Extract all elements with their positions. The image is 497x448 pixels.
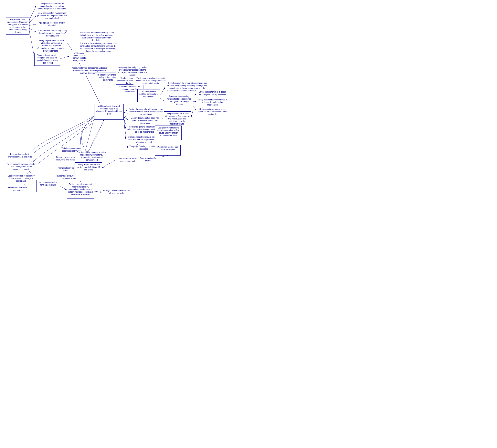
diagram-container: Inadequate client specification. No desi… — [0, 0, 248, 224]
node-n8: Tenders do not contain complete and deta… — [34, 53, 60, 66]
node-n37: Poor reputation for client — [55, 166, 77, 172]
svg-line-18 — [160, 87, 165, 96]
node-n1: Inadequate client specification. No desi… — [6, 17, 30, 34]
svg-line-23 — [191, 109, 193, 117]
svg-line-22 — [193, 106, 196, 111]
node-n42: Increased costs due to increases in LTIs… — [6, 153, 34, 160]
node-n18: An appropriately qualified constructor i… — [137, 89, 160, 102]
node-n43: No enhanced knowledge of safety risk man… — [6, 162, 37, 171]
node-n44: Less effective risk reduction by failure… — [6, 174, 36, 184]
node-n39: Quality drops, corners are cut, increase… — [75, 162, 102, 177]
node-n14: An appropriate weighting can be given to… — [116, 66, 149, 77]
node-n27: Design documentation does not contain de… — [128, 116, 162, 125]
node-n32: Design documents fail to record appropri… — [155, 126, 182, 140]
node-n24: Design reviews fail to take into account… — [163, 112, 191, 126]
node-n22: Safety risks fail to be eliminated or re… — [196, 98, 229, 107]
node-n41: Poor reputation for builder — [136, 157, 160, 162]
svg-line-4 — [30, 29, 36, 32]
node-n48: Failing to build on benefits from all pr… — [102, 189, 132, 196]
node-n2: Design safety issues are not comprehensi… — [36, 2, 68, 11]
node-n10: Constructors are not contractually bound… — [78, 31, 116, 42]
node-n11: The lack of detailed safety requirements… — [78, 42, 119, 53]
node-n20: Adequate design safety reviews fail to b… — [165, 94, 193, 109]
node-n7: Comparisons cannot be made between tende… — [36, 47, 65, 53]
svg-line-29 — [84, 118, 94, 154]
node-n36: Constructability, material selection, me… — [75, 151, 109, 162]
node-n5: A framework for monitoring safety throug… — [36, 29, 69, 37]
svg-line-20 — [193, 94, 196, 96]
svg-line-35 — [60, 186, 67, 190]
node-n33: Project risk register fails to be develo… — [155, 145, 181, 156]
node-n47: Training and development records fail to… — [67, 182, 94, 199]
svg-line-2 — [30, 15, 36, 23]
svg-line-27 — [124, 118, 126, 139]
node-n23: Design decision-making is not based on a… — [196, 108, 229, 116]
svg-line-36 — [94, 191, 102, 192]
node-n46: No mentoring system for SMEs in place — [36, 180, 60, 192]
node-n26: Design does not take into account how th… — [128, 108, 164, 116]
node-n45: Diminished teamwork and morale — [6, 186, 30, 192]
svg-line-26 — [124, 117, 126, 128]
svg-line-25 — [124, 114, 128, 120]
node-n17: The tender evaluation process is flawed … — [133, 77, 168, 85]
svg-line-1 — [30, 5, 36, 20]
node-n25: Additional cost, time and resources need… — [94, 104, 124, 120]
svg-line-8 — [60, 56, 70, 59]
node-n4: Appropriate resources are not allocated — [36, 21, 68, 27]
node-n21: Safety risks inherent in a design are no… — [196, 90, 229, 97]
svg-line-19 — [160, 98, 165, 101]
svg-line-5 — [30, 31, 34, 57]
node-n3: Clear design safety management processes… — [36, 11, 68, 20]
svg-line-3 — [30, 24, 36, 26]
node-n6: Safety requirements fail to be adequatel… — [36, 39, 67, 47]
